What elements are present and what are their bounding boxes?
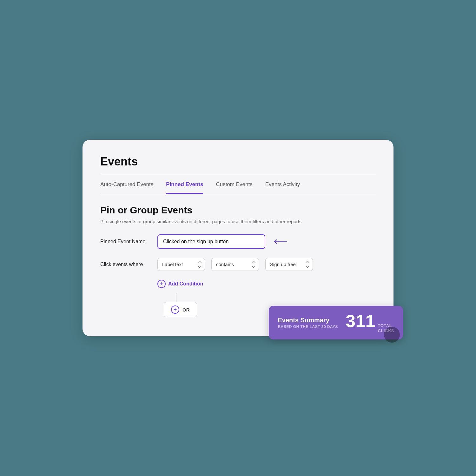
- pinned-event-input[interactable]: [157, 234, 265, 249]
- shadow-circle: [384, 327, 400, 343]
- add-condition-row: + Add Condition: [157, 280, 376, 288]
- or-button[interactable]: + OR: [164, 302, 197, 317]
- tab-pinned[interactable]: Pinned Events: [166, 181, 203, 194]
- condition-row: Click events where Label text URL Elemen…: [100, 258, 376, 271]
- field-select[interactable]: Label text URL Element ID CSS Class: [157, 258, 205, 271]
- main-card: Events Auto-Captured Events Pinned Event…: [83, 140, 393, 337]
- pinned-event-name-row: Pinned Event Name: [100, 234, 376, 249]
- summary-count: 311: [346, 312, 375, 330]
- tab-custom[interactable]: Custom Events: [216, 181, 252, 194]
- value-select[interactable]: Sign up free Sign up Get started Registe…: [265, 258, 313, 271]
- plus-circle-icon: +: [157, 280, 166, 288]
- operator-select[interactable]: contains equals starts with ends with: [211, 258, 259, 271]
- tabs-nav: Auto-Captured Events Pinned Events Custo…: [100, 175, 376, 194]
- or-line: [176, 293, 176, 302]
- or-label: OR: [182, 307, 190, 312]
- add-condition-label: Add Condition: [168, 281, 203, 287]
- or-plus-icon: +: [171, 305, 179, 314]
- section-description: Pin single events or group similar event…: [100, 219, 376, 224]
- condition-label: Click events where: [100, 262, 151, 267]
- add-condition-button[interactable]: + Add Condition: [157, 280, 203, 288]
- tab-activity[interactable]: Events Activity: [265, 181, 300, 194]
- tab-auto-captured[interactable]: Auto-Captured Events: [100, 181, 153, 194]
- summary-subtitle: BASED ON THE LAST 30 DAYS: [278, 325, 338, 329]
- summary-text-block: Events Summary BASED ON THE LAST 30 DAYS: [278, 317, 338, 329]
- page-title: Events: [100, 155, 376, 168]
- pinned-event-label: Pinned Event Name: [100, 239, 151, 245]
- events-summary-card: Events Summary BASED ON THE LAST 30 DAYS…: [269, 306, 403, 339]
- summary-title: Events Summary: [278, 317, 338, 324]
- section-title: Pin or Group Events: [100, 205, 376, 216]
- arrow-indicator: [269, 237, 288, 246]
